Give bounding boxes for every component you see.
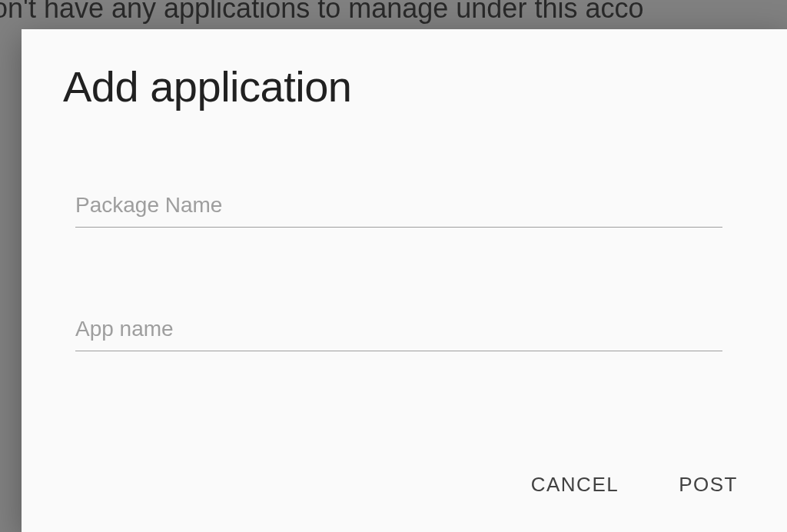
app-name-field-wrapper (75, 312, 722, 351)
dialog-title: Add application (63, 62, 747, 111)
app-name-input[interactable] (75, 312, 722, 351)
post-button[interactable]: POST (676, 467, 741, 503)
add-application-dialog: Add application CANCEL POST (22, 29, 787, 532)
background-page-text: don't have any applications to manage un… (0, 0, 787, 25)
dialog-actions: CANCEL POST (528, 467, 741, 503)
cancel-button[interactable]: CANCEL (528, 467, 622, 503)
package-name-input[interactable] (75, 188, 722, 228)
package-name-field-wrapper (75, 188, 722, 228)
